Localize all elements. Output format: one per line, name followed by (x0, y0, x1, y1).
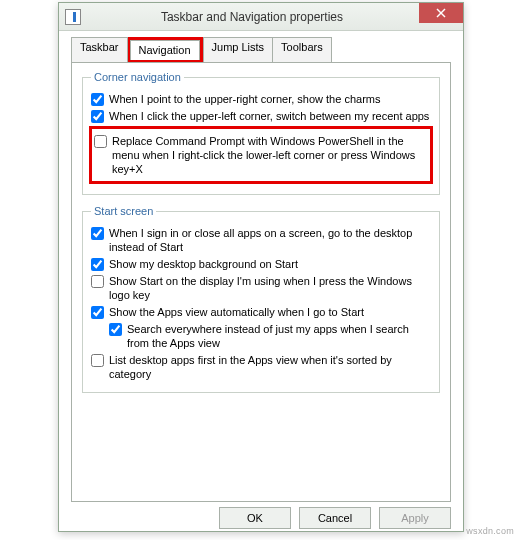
dialog-button-row: OK Cancel Apply (71, 507, 451, 529)
window-title: Taskbar and Navigation properties (81, 10, 463, 24)
titlebar: Taskbar and Navigation properties (59, 3, 463, 31)
label-signin-desktop: When I sign in or close all apps on a sc… (109, 226, 431, 254)
label-apps-view-auto: Show the Apps view automatically when I … (109, 305, 364, 319)
checkbox-replace-cmd-powershell[interactable] (94, 135, 107, 148)
group-corner-navigation: Corner navigation When I point to the up… (82, 71, 440, 195)
highlight-active-tab: Navigation (127, 37, 203, 63)
label-replace-cmd-powershell: Replace Command Prompt with Windows Powe… (112, 134, 428, 176)
option-replace-cmd-powershell[interactable]: Replace Command Prompt with Windows Powe… (94, 134, 428, 176)
checkbox-apps-view-auto[interactable] (91, 306, 104, 319)
option-start-on-display[interactable]: Show Start on the display I'm using when… (91, 274, 431, 302)
highlight-powershell-option: Replace Command Prompt with Windows Powe… (89, 126, 433, 184)
checkbox-search-everywhere[interactable] (109, 323, 122, 336)
system-icon (65, 9, 81, 25)
option-signin-desktop[interactable]: When I sign in or close all apps on a sc… (91, 226, 431, 254)
checkbox-show-charms[interactable] (91, 93, 104, 106)
group-start-screen: Start screen When I sign in or close all… (82, 205, 440, 393)
label-search-everywhere: Search everywhere instead of just my app… (127, 322, 431, 350)
apply-button[interactable]: Apply (379, 507, 451, 529)
close-icon (436, 8, 446, 18)
checkbox-start-on-display[interactable] (91, 275, 104, 288)
option-apps-view-auto[interactable]: Show the Apps view automatically when I … (91, 305, 431, 319)
group-corner-legend: Corner navigation (91, 71, 184, 83)
tab-jump-lists[interactable]: Jump Lists (203, 37, 274, 63)
checkbox-list-desktop-first[interactable] (91, 354, 104, 367)
option-switch-recent-apps[interactable]: When I click the upper-left corner, swit… (91, 109, 431, 123)
ok-button[interactable]: OK (219, 507, 291, 529)
checkbox-signin-desktop[interactable] (91, 227, 104, 240)
label-switch-recent-apps: When I click the upper-left corner, swit… (109, 109, 429, 123)
close-button[interactable] (419, 3, 463, 23)
option-list-desktop-first[interactable]: List desktop apps first in the Apps view… (91, 353, 431, 381)
checkbox-switch-recent-apps[interactable] (91, 110, 104, 123)
tab-taskbar[interactable]: Taskbar (71, 37, 128, 63)
checkbox-show-desktop-bg[interactable] (91, 258, 104, 271)
watermark: wsxdn.com (466, 526, 514, 536)
label-show-charms: When I point to the upper-right corner, … (109, 92, 380, 106)
properties-dialog: Taskbar and Navigation properties Taskba… (58, 2, 464, 532)
label-show-desktop-bg: Show my desktop background on Start (109, 257, 298, 271)
group-start-legend: Start screen (91, 205, 156, 217)
option-search-everywhere[interactable]: Search everywhere instead of just my app… (109, 322, 431, 350)
tab-page-navigation: Corner navigation When I point to the up… (71, 62, 451, 502)
client-area: Taskbar Navigation Jump Lists Toolbars C… (59, 31, 463, 540)
label-list-desktop-first: List desktop apps first in the Apps view… (109, 353, 431, 381)
tab-toolbars[interactable]: Toolbars (272, 37, 332, 63)
option-show-desktop-bg[interactable]: Show my desktop background on Start (91, 257, 431, 271)
cancel-button[interactable]: Cancel (299, 507, 371, 529)
label-start-on-display: Show Start on the display I'm using when… (109, 274, 431, 302)
option-show-charms[interactable]: When I point to the upper-right corner, … (91, 92, 431, 106)
tab-navigation[interactable]: Navigation (130, 40, 200, 60)
tabstrip: Taskbar Navigation Jump Lists Toolbars (71, 37, 451, 63)
